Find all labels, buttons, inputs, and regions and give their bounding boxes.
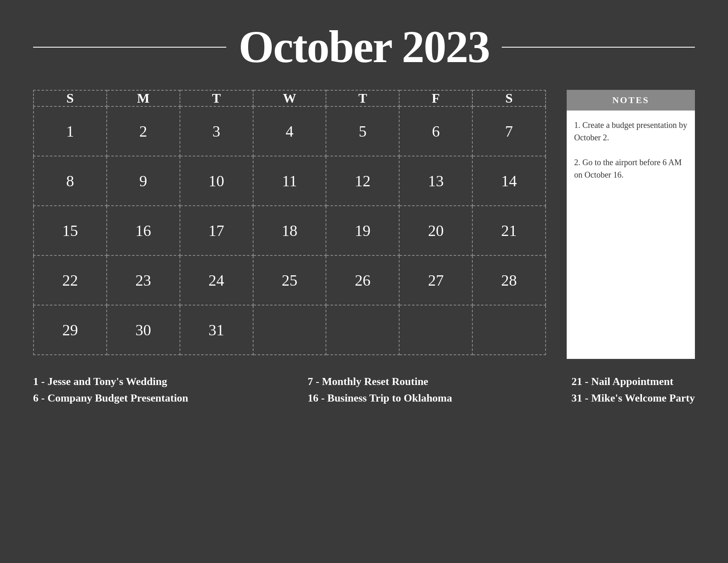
calendar-day-29: 29	[34, 305, 107, 355]
event-item-1-2: 6 - Company Budget Presentation	[33, 392, 188, 404]
day-header-T: T	[326, 90, 399, 106]
calendar-day-22: 22	[34, 255, 107, 305]
calendar-day-28: 28	[472, 255, 546, 305]
event-item-1-1: 1 - Jesse and Tony's Wedding	[33, 375, 188, 388]
calendar-day-14: 14	[472, 156, 546, 206]
calendar-body: 1234567891011121314151617181920212223242…	[34, 106, 546, 355]
note-item-2: 2. Go to the airport before 6 AM on Octo…	[574, 156, 687, 181]
calendar-day-empty-4-5	[399, 305, 472, 355]
calendar-week-3: 15161718192021	[34, 206, 546, 255]
day-headers-row: SMTWTFS	[34, 90, 546, 106]
page-header: October 2023	[0, 0, 728, 82]
calendar-day-13: 13	[399, 156, 472, 206]
calendar-day-7: 7	[472, 106, 546, 156]
header-line-right	[502, 47, 695, 48]
notes-panel: NOTES 1. Create a budget presentation by…	[567, 90, 695, 359]
calendar-day-9: 9	[107, 156, 180, 206]
notes-header: NOTES	[567, 90, 695, 111]
footer-events: 1 - Jesse and Tony's Wedding 6 - Company…	[0, 367, 728, 417]
calendar-week-2: 891011121314	[34, 156, 546, 206]
calendar-day-31: 31	[180, 305, 253, 355]
calendar-day-26: 26	[326, 255, 399, 305]
event-item-3-2: 31 - Mike's Welcome Party	[572, 392, 695, 404]
calendar-day-16: 16	[107, 206, 180, 255]
main-content: SMTWTFS 12345678910111213141516171819202…	[0, 82, 728, 367]
calendar-day-1: 1	[34, 106, 107, 156]
event-item-2-2: 16 - Business Trip to Oklahoma	[308, 392, 452, 404]
calendar-day-23: 23	[107, 255, 180, 305]
day-header-M: M	[107, 90, 180, 106]
calendar-day-empty-4-4	[326, 305, 399, 355]
calendar-day-11: 11	[253, 156, 326, 206]
calendar-week-5: 293031	[34, 305, 546, 355]
note-item-1: 1. Create a budget presentation by Octob…	[574, 119, 687, 144]
day-header-S: S	[472, 90, 546, 106]
calendar-day-6: 6	[399, 106, 472, 156]
calendar-day-12: 12	[326, 156, 399, 206]
event-column-1: 1 - Jesse and Tony's Wedding 6 - Company…	[33, 375, 188, 404]
calendar-day-4: 4	[253, 106, 326, 156]
calendar-week-1: 1234567	[34, 106, 546, 156]
header-line-left	[33, 47, 226, 48]
calendar-day-18: 18	[253, 206, 326, 255]
event-item-3-1: 21 - Nail Appointment	[572, 375, 695, 388]
event-item-2-1: 7 - Monthly Reset Routine	[308, 375, 452, 388]
calendar-grid: SMTWTFS 12345678910111213141516171819202…	[33, 90, 546, 355]
calendar-day-19: 19	[326, 206, 399, 255]
calendar-day-10: 10	[180, 156, 253, 206]
notes-body: 1. Create a budget presentation by Octob…	[567, 111, 695, 359]
event-column-2: 7 - Monthly Reset Routine 16 - Business …	[308, 375, 452, 404]
calendar-day-empty-4-6	[472, 305, 546, 355]
calendar-day-24: 24	[180, 255, 253, 305]
calendar-day-30: 30	[107, 305, 180, 355]
day-header-W: W	[253, 90, 326, 106]
calendar-day-21: 21	[472, 206, 546, 255]
calendar-day-25: 25	[253, 255, 326, 305]
calendar-container: SMTWTFS 12345678910111213141516171819202…	[33, 90, 546, 355]
calendar-day-2: 2	[107, 106, 180, 156]
calendar-day-15: 15	[34, 206, 107, 255]
event-column-3: 21 - Nail Appointment 31 - Mike's Welcom…	[572, 375, 695, 404]
page-title: October 2023	[239, 21, 489, 73]
day-header-F: F	[399, 90, 472, 106]
calendar-day-3: 3	[180, 106, 253, 156]
calendar-day-17: 17	[180, 206, 253, 255]
day-header-T: T	[180, 90, 253, 106]
calendar-week-4: 22232425262728	[34, 255, 546, 305]
calendar-day-27: 27	[399, 255, 472, 305]
calendar-day-20: 20	[399, 206, 472, 255]
day-header-S: S	[34, 90, 107, 106]
calendar-day-5: 5	[326, 106, 399, 156]
calendar-day-empty-4-3	[253, 305, 326, 355]
calendar-day-8: 8	[34, 156, 107, 206]
